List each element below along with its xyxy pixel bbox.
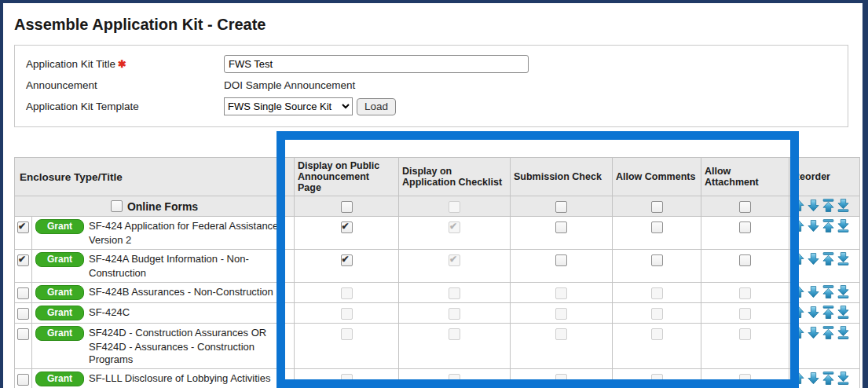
reorder-cell	[789, 282, 860, 302]
table-header-row: Enclosure Type/Title Display on Public A…	[15, 158, 860, 196]
checkbox[interactable]	[111, 200, 123, 212]
checkbox[interactable]	[651, 254, 663, 266]
kit-form: Application Kit Title✱ Announcement DOI …	[14, 45, 848, 127]
enclosure-title-cell: GrantSF-424 Application for Federal Assi…	[32, 216, 295, 249]
row-select-cell	[15, 368, 32, 388]
enclosure-title: SF-424B Assurances - Non-Construction	[89, 286, 273, 298]
move-to-bottom-icon[interactable]	[837, 372, 850, 385]
check-cell	[701, 302, 789, 323]
enclosure-title: SF424D - Construction Assurances OR SF42…	[89, 327, 266, 365]
checkbox	[651, 374, 663, 386]
move-up-icon[interactable]	[792, 306, 805, 319]
move-to-top-icon[interactable]	[822, 372, 835, 385]
checkbox[interactable]	[17, 287, 29, 299]
check-cell	[399, 368, 511, 388]
checkbox[interactable]	[341, 221, 353, 233]
check-cell	[701, 249, 789, 282]
checkbox[interactable]	[17, 374, 29, 386]
kit-title-label: Application Kit Title✱	[26, 58, 224, 70]
checkbox[interactable]	[17, 221, 29, 233]
checkbox	[341, 308, 353, 320]
check-cell	[613, 323, 701, 368]
move-to-bottom-icon[interactable]	[837, 199, 850, 212]
move-to-top-icon[interactable]	[822, 219, 835, 232]
check-cell	[295, 368, 399, 388]
checkbox[interactable]	[651, 201, 663, 213]
move-to-bottom-icon[interactable]	[837, 219, 850, 232]
check-cell	[511, 282, 613, 302]
check-cell	[511, 196, 613, 217]
row-select-cell	[15, 282, 32, 302]
enclosure-title: SF-424C	[89, 306, 130, 318]
enclosure-title: SF-LLL Disclosure of Lobbying Activities	[89, 372, 270, 384]
enclosure-table: Enclosure Type/Title Display on Public A…	[14, 157, 860, 388]
move-to-bottom-icon[interactable]	[837, 306, 850, 319]
form-row-kit-title: Application Kit Title✱	[26, 53, 840, 75]
checkbox	[449, 287, 460, 299]
checkbox[interactable]	[555, 201, 567, 213]
enclosure-title: SF-424A Budget Information - Non-Constru…	[89, 253, 249, 279]
checkbox[interactable]	[17, 254, 29, 266]
checkbox[interactable]	[739, 201, 751, 213]
move-up-icon[interactable]	[792, 252, 805, 265]
move-to-bottom-icon[interactable]	[837, 285, 850, 298]
table-row: GrantSF-424A Budget Information - Non-Co…	[15, 249, 860, 282]
move-down-icon[interactable]	[807, 306, 820, 319]
checkbox[interactable]	[739, 221, 751, 233]
check-cell	[399, 216, 511, 249]
move-down-icon[interactable]	[807, 326, 820, 339]
checkbox	[341, 374, 353, 386]
check-cell	[701, 196, 789, 217]
move-down-icon[interactable]	[807, 219, 820, 232]
check-cell	[613, 196, 701, 217]
move-up-icon[interactable]	[792, 326, 805, 339]
table-row: GrantSF-424C	[15, 302, 860, 323]
move-to-top-icon[interactable]	[822, 252, 835, 265]
move-to-top-icon[interactable]	[822, 306, 835, 319]
checkbox	[449, 374, 460, 386]
checkbox[interactable]	[341, 201, 353, 213]
checkbox[interactable]	[555, 221, 567, 233]
move-up-icon[interactable]	[792, 372, 805, 385]
checkbox[interactable]	[17, 308, 29, 320]
check-cell	[511, 323, 613, 368]
check-cell	[295, 249, 399, 282]
checkbox	[449, 254, 460, 266]
move-up-icon[interactable]	[792, 199, 805, 212]
check-cell	[511, 216, 613, 249]
move-to-top-icon[interactable]	[822, 326, 835, 339]
form-row-announcement: Announcement DOI Sample Announcement	[26, 75, 840, 96]
grant-badge: Grant	[35, 326, 84, 341]
checkbox[interactable]	[555, 254, 567, 266]
load-button[interactable]: Load	[357, 98, 396, 115]
move-to-bottom-icon[interactable]	[837, 326, 850, 339]
check-cell	[701, 368, 789, 388]
checkbox[interactable]	[651, 221, 663, 233]
checkbox	[651, 287, 663, 299]
move-down-icon[interactable]	[807, 285, 820, 298]
move-down-icon[interactable]	[807, 252, 820, 265]
move-to-top-icon[interactable]	[822, 285, 835, 298]
checkbox	[449, 328, 460, 340]
online-forms-label: Online Forms	[127, 200, 198, 213]
move-up-icon[interactable]	[792, 285, 805, 298]
move-to-bottom-icon[interactable]	[837, 252, 850, 265]
checkbox[interactable]	[17, 328, 29, 340]
online-forms-group-cell: Online Forms	[15, 196, 295, 217]
checkbox[interactable]	[341, 254, 353, 266]
kit-title-input[interactable]	[224, 55, 529, 73]
check-cell	[399, 196, 511, 217]
checkbox	[449, 221, 460, 233]
checkbox[interactable]	[739, 254, 751, 266]
move-down-icon[interactable]	[807, 372, 820, 385]
checkbox	[555, 374, 567, 386]
move-up-icon[interactable]	[792, 219, 805, 232]
checkbox	[341, 328, 353, 340]
table-row: GrantSF-424 Application for Federal Assi…	[15, 216, 860, 249]
reorder-cell	[789, 249, 860, 282]
reorder-cell	[789, 323, 860, 368]
move-to-top-icon[interactable]	[822, 199, 835, 212]
template-select[interactable]: FWS Single Source Kit	[224, 97, 353, 115]
check-cell	[613, 216, 701, 249]
move-down-icon[interactable]	[807, 199, 820, 212]
